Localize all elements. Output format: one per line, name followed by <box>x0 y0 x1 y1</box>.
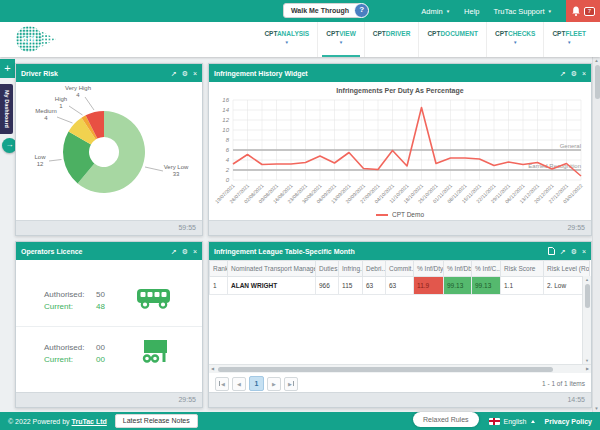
notification-count-badge: 7 <box>584 7 594 16</box>
table-cell: 966 <box>316 277 339 295</box>
donut-slice-label: Very Low33 <box>164 164 189 177</box>
y-tick-label: 10 <box>222 127 229 133</box>
scrollbar-thumb[interactable] <box>585 284 590 308</box>
cpt-logo-tail <box>41 31 56 47</box>
widget-refresh-timer: 29:55 <box>209 220 591 235</box>
nav-tab-analysis[interactable]: CPTANALYSIS▼ <box>256 22 317 57</box>
column-header[interactable]: Commit... <box>386 261 414 277</box>
line-chart: 0246810121416GeneralEarned Recognition19… <box>209 98 591 210</box>
expand-icon[interactable]: ↗ <box>560 248 566 255</box>
legend-series-label: CPT Demo <box>392 211 424 218</box>
widget-header[interactable]: Operators Licence ↗ ⚙ × <box>16 242 202 260</box>
current-value: 00 <box>96 355 120 364</box>
table-cell: 11.9 <box>414 277 444 295</box>
table-row[interactable]: 1ALAN WRIGHT966115636311.999.1399.131.12… <box>210 277 590 295</box>
help-link[interactable]: Help <box>464 7 479 16</box>
table-vertical-scrollbar[interactable]: ▲ ▼ <box>582 276 591 364</box>
y-tick-label: 12 <box>222 117 229 123</box>
release-notes-button[interactable]: Latest Release Notes <box>115 414 198 428</box>
nav-tab-driver[interactable]: CPTDRIVER <box>364 22 419 57</box>
column-header[interactable]: % Inf/C... <box>472 261 501 277</box>
column-header[interactable]: Debri... <box>363 261 386 277</box>
next-page-button[interactable]: ▶ <box>267 377 281 391</box>
my-dashboard-tab[interactable]: My Dashboard <box>0 84 13 134</box>
y-tick-label: 14 <box>222 107 229 113</box>
infringement-history-widget: Infringement History Widget ↗ ⚙ × Infrin… <box>208 63 592 236</box>
close-icon[interactable]: × <box>582 248 586 255</box>
app-footer: © 2022 Powered by TruTac Ltd Latest Rele… <box>0 412 600 430</box>
column-header[interactable]: % Inf/Dty <box>414 261 444 277</box>
walkme-help-icon[interactable]: ? <box>354 3 369 18</box>
scrollbar-thumb[interactable] <box>218 367 553 372</box>
column-header[interactable]: % Inf/Dbf <box>444 261 472 277</box>
authorised-value: 00 <box>96 343 120 352</box>
support-menu[interactable]: TruTac Support▼ <box>494 7 552 16</box>
language-selector[interactable]: English <box>489 418 535 425</box>
gear-icon[interactable]: ⚙ <box>571 248 577 255</box>
nav-tab-fleet[interactable]: CPTFLEET▼ <box>543 22 594 57</box>
legend-line-swatch <box>376 214 388 216</box>
y-tick-label: 6 <box>226 147 230 153</box>
relaxed-rules-button[interactable]: Relaxed Rules <box>413 412 479 427</box>
last-page-button[interactable]: ▶ <box>284 377 298 391</box>
chevron-down-icon: ▼ <box>495 40 535 45</box>
donut-slice-label: Low12 <box>34 154 46 167</box>
gear-icon[interactable]: ⚙ <box>182 70 188 77</box>
chevron-down-icon: ▼ <box>548 9 552 14</box>
widget-header[interactable]: Infringement History Widget ↗ ⚙ × <box>209 64 591 82</box>
language-label: English <box>504 418 527 425</box>
nav-tab-document[interactable]: CPTDOCUMENT <box>418 22 486 57</box>
scroll-right-icon[interactable]: ▶ <box>586 365 589 373</box>
expand-icon[interactable]: ↗ <box>171 248 177 255</box>
reference-line-label: General <box>560 143 581 149</box>
column-header[interactable]: Duties <box>316 261 339 277</box>
column-header[interactable]: Nominated Transport Manager <box>228 261 316 277</box>
column-header[interactable]: Infring... <box>339 261 363 277</box>
label-leader-line <box>69 106 83 115</box>
scroll-up-icon[interactable]: ▲ <box>583 277 591 282</box>
gear-icon[interactable]: ⚙ <box>182 248 188 255</box>
nav-tab-view[interactable]: CPTVIEW▼ <box>317 22 364 57</box>
previous-page-button[interactable]: ◀ <box>232 377 246 391</box>
nav-tab-checks[interactable]: CPTCHECKS▼ <box>486 22 543 57</box>
add-widget-button[interactable]: + <box>0 59 15 78</box>
close-icon[interactable]: × <box>193 248 197 255</box>
expand-icon[interactable]: ↗ <box>171 70 177 77</box>
table-horizontal-scrollbar[interactable]: ◀ ▶ <box>209 364 591 373</box>
first-page-button[interactable]: ◀ <box>215 377 229 391</box>
admin-menu[interactable]: Admin▼ <box>421 7 450 16</box>
trutac-link[interactable]: TruTac Ltd <box>72 418 107 425</box>
close-icon[interactable]: × <box>193 70 197 77</box>
scroll-left-icon[interactable]: ◀ <box>211 365 214 373</box>
scroll-down-icon[interactable]: ▼ <box>583 358 591 363</box>
page-scrollbar[interactable]: ▲ ▼ <box>592 57 600 412</box>
donut-chart: Very Low33Low12Medium4High1Very High4 <box>16 82 202 220</box>
table-cell: 63 <box>363 277 386 295</box>
scrollbar-thumb[interactable] <box>595 65 600 99</box>
widget-header[interactable]: Driver Risk ↗ ⚙ × <box>16 64 202 82</box>
page-number-button[interactable]: 1 <box>249 376 264 391</box>
scroll-up-icon[interactable]: ▲ <box>593 58 600 63</box>
column-header[interactable]: Rank <box>210 261 228 277</box>
expand-icon[interactable]: ↗ <box>560 70 566 77</box>
gear-icon[interactable]: ⚙ <box>571 70 577 77</box>
scroll-down-icon[interactable]: ▼ <box>593 406 600 411</box>
close-icon[interactable]: × <box>582 70 586 77</box>
driver-risk-widget: Driver Risk ↗ ⚙ × Very Low33Low12Medium4… <box>15 63 203 236</box>
y-tick-label: 16 <box>222 98 229 103</box>
widget-title: Driver Risk <box>21 70 171 77</box>
donut-slice-label: Medium4 <box>35 108 56 121</box>
export-icon[interactable] <box>548 247 555 256</box>
y-tick-label: 4 <box>226 157 230 163</box>
column-header[interactable]: Risk Level (Ro <box>544 261 590 277</box>
current-label: Current: <box>44 302 96 311</box>
column-header[interactable]: Risk Score <box>501 261 544 277</box>
main-nav: CPTANALYSIS▼CPTVIEW▼CPTDRIVER CPTDOCUMEN… <box>256 22 594 57</box>
table-cell: 1.1 <box>501 277 544 295</box>
widget-header[interactable]: Infringement League Table-Specific Month… <box>209 242 591 260</box>
operators-licence-widget: Operators Licence ↗ ⚙ × Authorised: 50 C… <box>15 241 203 408</box>
notifications-button[interactable]: 7 <box>566 0 600 22</box>
walk-me-through-button[interactable]: Walk Me Through ? <box>283 3 362 18</box>
privacy-policy-link[interactable]: Privacy Policy <box>545 418 592 425</box>
y-tick-label: 0 <box>226 177 230 183</box>
